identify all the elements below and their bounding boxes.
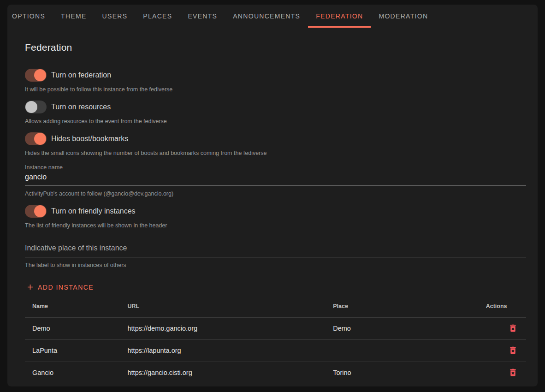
page-title: Federation [25,42,526,53]
trash-delete-icon [508,372,518,379]
instances-table: Name URL Place Actions Demo https://demo… [25,295,526,384]
admin-tab-bar: Options Theme Users Places Events Announ… [7,5,538,28]
instance-name-cell: Gancio [25,362,120,384]
hide-boosts-toggle[interactable] [25,132,47,145]
table-row: Demo https://demo.gancio.org Demo [25,317,526,339]
instance-place-cell: Demo [326,317,479,339]
toggle-knob [34,69,46,81]
friendly-instances-toggle-label: Turn on friendly instances [51,207,136,215]
column-header-actions: Actions [479,295,526,317]
tab-options[interactable]: Options [7,5,53,28]
tab-moderation[interactable]: Moderation [371,5,436,28]
add-instance-button-label: ADD INSTANCE [38,284,94,291]
resources-toggle-hint: Allows adding resources to the event fro… [25,118,526,125]
instance-name-label: Instance name [25,164,526,171]
table-row: Gancio https://gancio.cisti.org Torino [25,362,526,384]
tab-federation[interactable]: Federation [308,5,371,28]
federation-toggle-hint: It will be possible to follow this insta… [25,86,526,93]
trash-delete-icon [508,327,518,334]
tab-places[interactable]: Places [135,5,180,28]
instance-url-cell: https://lapunta.org [120,339,326,362]
toggle-knob [34,205,46,217]
instance-name-cell: LaPunta [25,339,120,362]
instance-name-input[interactable] [25,171,526,186]
add-instance-button[interactable]: ADD INSTANCE [25,281,95,293]
hide-boosts-toggle-label: Hides boost/bookmarks [51,135,128,143]
friendly-instances-toggle-hint: The list of friendly instances will be s… [25,222,526,229]
resources-toggle-label: Turn on resources [51,103,111,111]
trash-delete-icon [508,350,518,356]
instance-name-hint: ActivityPub's account to follow (@gancio… [25,190,526,197]
federation-toggle-label: Turn on federation [51,71,111,79]
tab-users[interactable]: Users [95,5,136,28]
table-row: LaPunta https://lapunta.org [25,339,526,362]
delete-instance-button[interactable] [507,322,519,334]
delete-instance-button[interactable] [507,344,519,356]
instance-name-cell: Demo [25,317,120,339]
toggle-knob [25,101,37,113]
federation-toggle[interactable] [25,69,47,82]
column-header-url: URL [120,295,326,317]
tab-announcements[interactable]: Announcements [225,5,308,28]
plus-icon [26,283,35,291]
friendly-instances-toggle[interactable] [25,205,47,218]
delete-instance-button[interactable] [507,367,519,378]
column-header-place: Place [326,295,479,317]
column-header-name: Name [25,295,120,317]
admin-settings-card: Options Theme Users Places Events Announ… [7,5,538,386]
instance-place-cell: Torino [326,362,479,384]
tab-theme[interactable]: Theme [53,5,95,28]
hide-boosts-toggle-hint: Hides the small icons showing the number… [25,149,526,157]
indicative-place-input[interactable] [25,243,526,257]
resources-toggle[interactable] [25,101,47,113]
instance-place-cell [326,339,479,362]
table-header-row: Name URL Place Actions [25,295,526,317]
instance-url-cell: https://demo.gancio.org [120,317,326,339]
toggle-knob [34,133,46,145]
instance-url-cell: https://gancio.cisti.org [120,362,326,384]
indicative-place-hint: The label to show in instances of others [25,261,526,269]
tab-events[interactable]: Events [180,5,225,28]
